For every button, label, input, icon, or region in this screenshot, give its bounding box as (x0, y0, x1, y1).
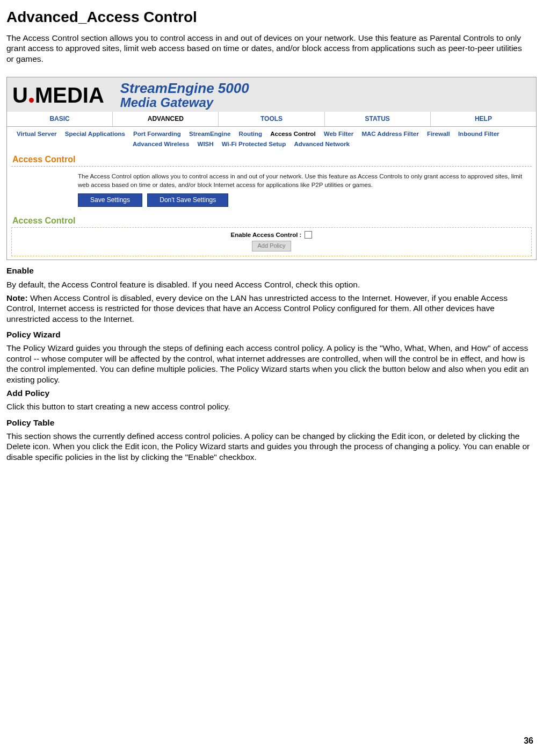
section-access-control-subtitle: Access Control (7, 212, 536, 227)
subnav-wifi-protected-setup[interactable]: Wi-Fi Protected Setup (222, 139, 286, 149)
enable-access-control-checkbox[interactable] (305, 231, 312, 239)
add-policy-label: Add Policy (6, 388, 49, 398)
section-blurb: The Access Control option allows you to … (78, 172, 532, 189)
note-text: When Access Control is disabled, every d… (6, 293, 508, 323)
tab-basic[interactable]: BASIC (7, 112, 113, 126)
save-settings-button[interactable]: Save Settings (78, 193, 142, 207)
enable-note: Note: When Access Control is disabled, e… (6, 293, 537, 324)
router-ui-screenshot: U MEDIA StreamEngine 5000 Media Gateway … (6, 77, 537, 260)
page-title: Advanced_Access Control (6, 8, 537, 26)
term-add-policy: Add Policy (6, 388, 537, 398)
term-policy-table: Policy Table (6, 417, 537, 428)
tab-tools[interactable]: TOOLS (219, 112, 324, 126)
subnav-mac-address-filter[interactable]: MAC Address Filter (361, 129, 418, 139)
term-policy-wizard: Policy Wizard (6, 329, 537, 340)
subnav-advanced-wireless[interactable]: Advanced Wireless (133, 139, 189, 149)
dont-save-settings-button[interactable]: Don't Save Settings (147, 193, 228, 207)
tab-help[interactable]: HELP (431, 112, 536, 126)
add-policy-button[interactable]: Add Policy (252, 241, 292, 251)
page-intro-text: The Access Control section allows you to… (6, 33, 527, 64)
enable-description: By default, the Access Control feature i… (6, 279, 537, 290)
sub-nav: Virtual Server Special Applications Port… (7, 127, 536, 151)
main-tabs: BASIC ADVANCED TOOLS STATUS HELP (7, 112, 536, 127)
section-description-box: The Access Control option allows you to … (11, 166, 532, 208)
section-access-control-title: Access Control (7, 151, 536, 166)
enable-label: Enable Access Control : (231, 231, 302, 239)
subnav-advanced-network[interactable]: Advanced Network (294, 139, 350, 149)
logo-media-text: MEDIA (35, 82, 104, 109)
subnav-routing[interactable]: Routing (239, 129, 262, 139)
subnav-port-forwarding[interactable]: Port Forwarding (133, 129, 181, 139)
enable-row: Enable Access Control : (231, 231, 313, 239)
product-title: StreamEngine 5000 Media Gateway (120, 81, 249, 110)
product-line1: StreamEngine 5000 (120, 81, 249, 96)
policy-wizard-description: The Policy Wizard guides you through the… (6, 343, 537, 385)
logo-dot-icon (29, 98, 34, 103)
umedia-logo: U MEDIA (12, 82, 104, 109)
subnav-web-filter[interactable]: Web Filter (324, 129, 353, 139)
subnav-virtual-server[interactable]: Virtual Server (17, 129, 57, 139)
router-header: U MEDIA StreamEngine 5000 Media Gateway (7, 77, 536, 112)
logo-u-text: U (12, 82, 28, 109)
subnav-firewall[interactable]: Firewall (427, 129, 450, 139)
add-policy-description: Click this button to start creating a ne… (6, 401, 537, 412)
subnav-inbound-filter[interactable]: Inbound Filter (458, 129, 499, 139)
tab-status[interactable]: STATUS (325, 112, 431, 126)
tab-advanced[interactable]: ADVANCED (113, 112, 219, 126)
subnav-access-control[interactable]: Access Control (270, 129, 315, 139)
term-enable: Enable (6, 265, 537, 276)
subnav-special-applications[interactable]: Special Applications (65, 129, 125, 139)
note-label: Note: (6, 293, 28, 303)
subnav-streamengine[interactable]: StreamEngine (189, 129, 230, 139)
product-line2: Media Gateway (120, 96, 249, 110)
enable-box: Enable Access Control : Add Policy (11, 227, 532, 256)
policy-table-description: This section shows the currently defined… (6, 431, 537, 462)
subnav-wish[interactable]: WISH (198, 139, 214, 149)
